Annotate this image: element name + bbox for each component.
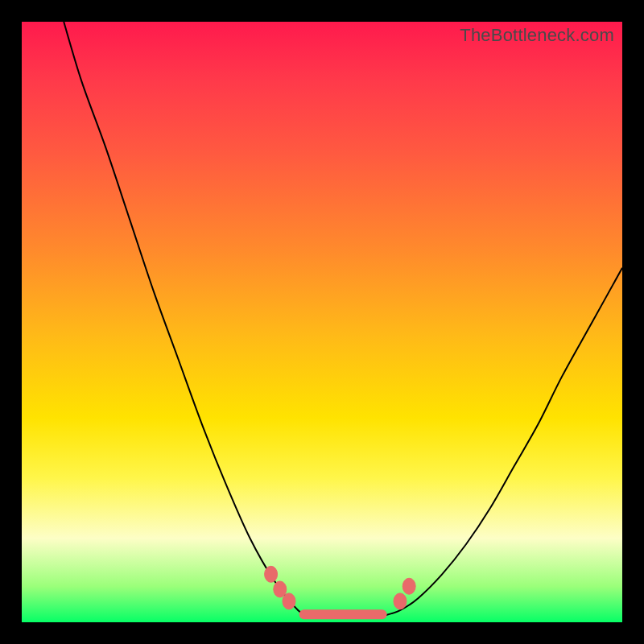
data-marker [265,566,278,582]
marker-group [265,566,416,609]
chart-svg [22,22,622,622]
plot-area: TheBottleneck.com [22,22,622,622]
data-marker [283,593,295,609]
data-marker [394,593,407,609]
data-marker [402,578,415,594]
right-curve-path [382,268,622,617]
left-curve-path [64,22,310,617]
chart-frame: TheBottleneck.com [0,0,644,644]
data-marker [274,581,287,597]
